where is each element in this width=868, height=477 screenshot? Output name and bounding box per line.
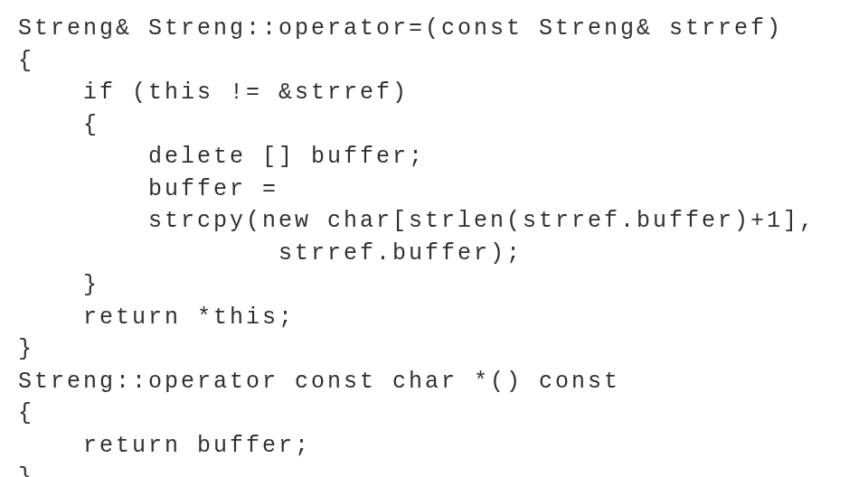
code-listing: Streng& Streng::operator=(const Streng& … xyxy=(0,0,868,477)
